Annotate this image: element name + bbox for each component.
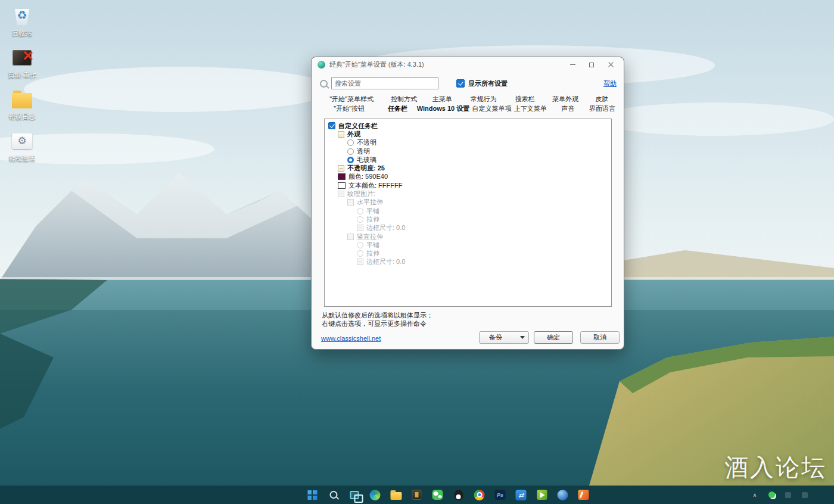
sync-app-icon[interactable] bbox=[514, 488, 528, 502]
tab-skin[interactable]: 皮肤 bbox=[589, 94, 615, 104]
tree-item-v-stretch[interactable]: 拉伸 bbox=[357, 249, 611, 257]
task-view-button[interactable] bbox=[347, 488, 362, 502]
tab-custom-menu-items[interactable]: 自定义菜单项 bbox=[469, 104, 514, 113]
tree-item-appearance[interactable]: 外观 bbox=[338, 130, 611, 138]
search-button[interactable] bbox=[326, 488, 341, 502]
tree-item-icon bbox=[357, 259, 363, 265]
icon-art bbox=[558, 490, 568, 500]
tree-item-label: 边框尺寸: 0.0 bbox=[366, 223, 405, 232]
tree-item-texture[interactable]: 纹理图片: bbox=[338, 189, 611, 198]
tab-label: 皮肤 bbox=[595, 95, 608, 104]
desktop-icon-art bbox=[9, 87, 35, 112]
desktop-icon-label: 剪辑·工作 bbox=[8, 71, 36, 79]
tree-item-opacity[interactable]: 不透明度: 25 bbox=[338, 164, 611, 172]
ok-button[interactable]: 确定 bbox=[534, 331, 573, 344]
desktop-icon-recycle-bin[interactable]: 回收站 bbox=[1, 4, 43, 37]
tab-general-behavior[interactable]: 常规行为 bbox=[459, 94, 508, 104]
window-title: 经典"开始"菜单设置 (版本: 4.3.1) bbox=[329, 60, 563, 69]
tab-start-menu-style[interactable]: "开始"菜单样式 bbox=[320, 94, 383, 104]
tree-item-vertical-stretch[interactable]: 竖直拉伸 bbox=[347, 232, 611, 241]
color-swatch bbox=[338, 173, 346, 180]
tab-label: 任务栏 bbox=[388, 104, 407, 113]
tab-row-1: "开始"菜单样式 控制方式 主菜单 常规行为 搜索栏 bbox=[320, 94, 615, 104]
tab-label: 菜单外观 bbox=[552, 95, 578, 104]
tree-item-icon bbox=[347, 139, 354, 146]
ok-button-label: 确定 bbox=[547, 333, 560, 342]
desktop-icon-art bbox=[9, 129, 35, 154]
tree-item-customize-taskbar[interactable]: 自定义任务栏 bbox=[328, 122, 611, 130]
tab-menu-look[interactable]: 菜单外观 bbox=[543, 94, 589, 104]
tab-language[interactable]: 界面语言 bbox=[589, 104, 615, 113]
tree-item-h-tile[interactable]: 平铺 bbox=[357, 207, 611, 215]
desktop-icon-art bbox=[9, 4, 35, 29]
tree-item-horizontal-stretch[interactable]: 水平拉伸 bbox=[347, 198, 611, 207]
qq-icon[interactable] bbox=[452, 488, 466, 502]
desktop-icon-activation[interactable]: 轻松激活 bbox=[1, 129, 43, 162]
chevron-up-icon[interactable] bbox=[749, 490, 760, 500]
tree-item-v-tile[interactable]: 平铺 bbox=[357, 241, 611, 249]
tab-search-box[interactable]: 搜索栏 bbox=[508, 94, 543, 104]
tray-icon-1[interactable] bbox=[783, 490, 793, 500]
tab-sounds[interactable]: 声音 bbox=[547, 104, 589, 113]
tab-taskbar[interactable]: 任务栏 bbox=[378, 104, 416, 113]
tree-item-h-stretch[interactable]: 拉伸 bbox=[357, 215, 611, 223]
desktop-icons: 回收站 剪辑·工作 错误日志 轻松激活 bbox=[1, 4, 43, 162]
taskbar bbox=[0, 486, 834, 504]
minimize-button[interactable] bbox=[563, 57, 582, 72]
title-bar[interactable]: 经典"开始"菜单设置 (版本: 4.3.1) bbox=[312, 57, 624, 72]
show-all-checkbox[interactable] bbox=[456, 79, 465, 88]
tree-item-h-border-size[interactable]: 边框尺寸: 0.0 bbox=[357, 224, 611, 232]
settings-toolbar: 显示所有设置 帮助 bbox=[319, 76, 617, 91]
search-input[interactable] bbox=[331, 77, 438, 89]
taskbar-settings-panel: 自定义任务栏 外观 不透明 bbox=[324, 119, 612, 307]
maximize-button[interactable] bbox=[582, 57, 601, 72]
wechat-tray-icon[interactable] bbox=[766, 490, 777, 500]
tree-item-label: 透明 bbox=[357, 147, 370, 156]
tab-controls[interactable]: 控制方式 bbox=[383, 94, 425, 104]
tree-item-icon bbox=[357, 216, 363, 223]
icon-art bbox=[578, 490, 589, 500]
tree-item-v-border-size[interactable]: 边框尺寸: 0.0 bbox=[357, 258, 611, 266]
help-link[interactable]: 帮助 bbox=[603, 79, 617, 88]
desktop-icon-log-folder[interactable]: 错误日志 bbox=[1, 87, 43, 120]
tab-label: 控制方式 bbox=[391, 95, 417, 104]
edge-icon[interactable] bbox=[368, 488, 382, 502]
tree-item-label: 文本颜色: FFFFFF bbox=[348, 181, 402, 190]
orange-app-icon[interactable] bbox=[577, 488, 591, 502]
tree-item-icon bbox=[338, 191, 344, 197]
tree-item-label: 平铺 bbox=[366, 241, 379, 250]
classicshell-website-link[interactable]: www.classicshell.net bbox=[321, 335, 381, 342]
tab-label: 常规行为 bbox=[471, 95, 497, 104]
chrome-icon[interactable] bbox=[472, 488, 487, 502]
icon-art bbox=[537, 490, 547, 500]
search-icon bbox=[320, 80, 328, 88]
desktop-icon-work-app[interactable]: 剪辑·工作 bbox=[1, 45, 43, 79]
tree-item-glass[interactable]: 毛玻璃 bbox=[347, 155, 611, 164]
tab-start-button[interactable]: "开始"按钮 bbox=[320, 104, 378, 113]
tab-label: 搜索栏 bbox=[515, 95, 535, 104]
tab-main-menu[interactable]: 主菜单 bbox=[425, 94, 460, 104]
wechat-icon[interactable] bbox=[431, 488, 445, 502]
backup-button[interactable]: 备份 bbox=[479, 331, 529, 344]
tree-item-transparent[interactable]: 透明 bbox=[347, 147, 611, 155]
file-explorer-icon[interactable] bbox=[389, 488, 403, 502]
desktop-icon-label: 轻松激活 bbox=[9, 155, 35, 162]
tree-item-color[interactable]: 颜色: 590E40 bbox=[338, 173, 611, 181]
tree-item-label: 拉伸 bbox=[366, 249, 379, 258]
dark-app-icon[interactable] bbox=[410, 488, 424, 502]
settings-tabs: "开始"菜单样式 控制方式 主菜单 常规行为 搜索栏 bbox=[320, 94, 615, 113]
tree-item-label: 竖直拉伸 bbox=[357, 232, 383, 241]
tab-windows10-settings[interactable]: Windows 10 设置 bbox=[417, 104, 470, 113]
photoshop-icon[interactable] bbox=[493, 488, 508, 502]
globe-app-icon[interactable] bbox=[556, 488, 570, 502]
tab-context-menu[interactable]: 上下文菜单 bbox=[514, 104, 547, 113]
tree-item-opaque[interactable]: 不透明 bbox=[347, 139, 611, 147]
cancel-button[interactable]: 取消 bbox=[580, 331, 620, 344]
potplayer-icon[interactable] bbox=[535, 488, 549, 502]
tree-item-icon bbox=[357, 250, 363, 257]
close-button[interactable] bbox=[601, 57, 620, 72]
tray-icon-2[interactable] bbox=[799, 490, 810, 500]
tree-item-icon bbox=[328, 122, 335, 129]
tree-item-text-color[interactable]: 文本颜色: FFFFFF bbox=[338, 181, 611, 189]
start-button[interactable] bbox=[306, 488, 320, 502]
